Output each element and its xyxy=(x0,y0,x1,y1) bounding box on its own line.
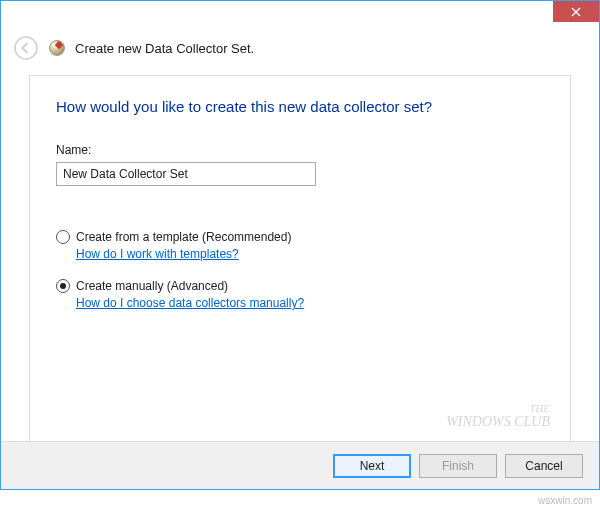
wizard-footer: Next Finish Cancel xyxy=(1,441,599,489)
close-icon xyxy=(571,7,581,17)
wizard-header: Create new Data Collector Set. xyxy=(1,31,599,75)
watermark-line2: WINDOWS CLUB xyxy=(446,414,550,429)
close-button[interactable] xyxy=(553,1,599,22)
titlebar xyxy=(1,1,599,31)
name-label: Name: xyxy=(56,143,544,157)
wizard-title: Create new Data Collector Set. xyxy=(75,41,254,56)
wizard-question: How would you like to create this new da… xyxy=(56,98,544,115)
option-manual-label: Create manually (Advanced) xyxy=(76,279,228,293)
finish-button[interactable]: Finish xyxy=(419,454,497,478)
watermark-line1: THE xyxy=(446,402,550,414)
help-link-templates[interactable]: How do I work with templates? xyxy=(76,247,239,261)
watermark: THE WINDOWS CLUB xyxy=(446,402,550,429)
wizard-window: Create new Data Collector Set. How would… xyxy=(0,0,600,490)
radio-icon xyxy=(56,230,70,244)
cancel-button[interactable]: Cancel xyxy=(505,454,583,478)
creation-options: Create from a template (Recommended) How… xyxy=(56,230,544,328)
help-link-manual[interactable]: How do I choose data collectors manually… xyxy=(76,296,304,310)
name-input[interactable] xyxy=(56,162,316,186)
app-icon xyxy=(49,40,65,56)
option-template[interactable]: Create from a template (Recommended) xyxy=(56,230,544,244)
back-button[interactable] xyxy=(13,35,39,61)
source-attribution: wsxwin.com xyxy=(538,495,592,506)
option-manual[interactable]: Create manually (Advanced) xyxy=(56,279,544,293)
svg-point-0 xyxy=(15,37,37,59)
wizard-content: How would you like to create this new da… xyxy=(29,75,571,441)
option-template-label: Create from a template (Recommended) xyxy=(76,230,291,244)
next-button[interactable]: Next xyxy=(333,454,411,478)
radio-icon xyxy=(56,279,70,293)
back-arrow-icon xyxy=(14,36,38,60)
